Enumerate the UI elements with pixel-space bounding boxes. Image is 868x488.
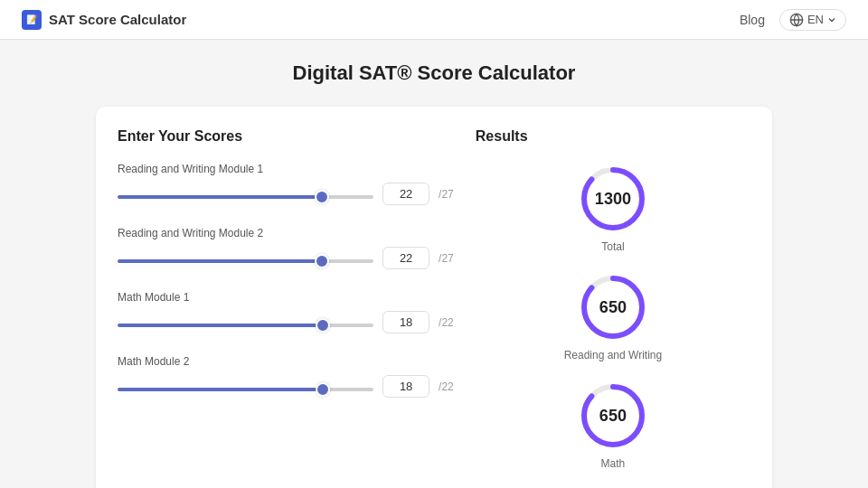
language-selector[interactable]: EN	[779, 9, 846, 31]
total-circle: 1300	[577, 163, 649, 235]
m2-label: Math Module 2	[118, 355, 454, 368]
rw1-controls: /27	[118, 183, 454, 205]
rw1-slider-container	[118, 187, 373, 202]
rw-value: 650	[599, 298, 627, 317]
globe-icon	[789, 13, 804, 27]
results-panel: Results 1300 Total	[476, 128, 750, 488]
m2-slider-container	[118, 380, 373, 394]
score-row-rw2: Reading and Writing Module 2 /27	[118, 227, 454, 269]
app-title: SAT Score Calculator	[49, 12, 186, 27]
page-title: Digital SAT® Score Calculator	[96, 61, 772, 85]
math-value: 650	[599, 407, 627, 426]
rw2-max: /27	[439, 252, 454, 265]
total-label: Total	[601, 240, 624, 253]
two-col-layout: Enter Your Scores Reading and Writing Mo…	[118, 128, 750, 488]
rw2-input[interactable]	[382, 247, 429, 269]
chevron-down-icon	[827, 15, 836, 24]
m1-slider-container	[118, 315, 373, 330]
score-row-m2: Math Module 2 /22	[118, 355, 454, 398]
main-content: Digital SAT® Score Calculator Enter Your…	[81, 40, 787, 488]
total-value: 1300	[595, 190, 631, 209]
m2-controls: /22	[118, 375, 454, 398]
lang-label: EN	[807, 13, 824, 26]
header: 📝 SAT Score Calculator Blog EN	[0, 0, 868, 40]
rw2-controls: /27	[118, 247, 454, 269]
rw1-max: /27	[439, 188, 454, 201]
score-row-m1: Math Module 1 /22	[118, 291, 454, 333]
rw1-slider[interactable]	[118, 195, 373, 199]
logo-area: 📝 SAT Score Calculator	[22, 10, 186, 30]
score-row-rw1: Reading and Writing Module 1 /27	[118, 163, 454, 205]
math-circle: 650	[577, 380, 649, 452]
nav-right: Blog EN	[740, 9, 846, 31]
rw2-slider-container	[118, 251, 373, 266]
rw1-label: Reading and Writing Module 1	[118, 163, 454, 175]
m2-slider[interactable]	[118, 388, 373, 391]
m1-max: /22	[439, 316, 454, 329]
m1-controls: /22	[118, 311, 454, 333]
results-title: Results	[476, 128, 750, 145]
math-result: 650 Math	[476, 380, 750, 470]
logo-icon: 📝	[22, 10, 42, 30]
math-label: Math	[601, 457, 626, 470]
rw-result: 650 Reading and Writing	[476, 271, 750, 361]
total-result: 1300 Total	[476, 163, 750, 253]
m2-input[interactable]	[382, 375, 429, 398]
enter-scores-title: Enter Your Scores	[118, 128, 454, 145]
rw1-input[interactable]	[382, 183, 429, 205]
rw-label: Reading and Writing	[564, 349, 663, 361]
enter-scores-panel: Enter Your Scores Reading and Writing Mo…	[118, 128, 454, 488]
rw2-label: Reading and Writing Module 2	[118, 227, 454, 239]
rw2-slider[interactable]	[118, 259, 373, 263]
m2-max: /22	[439, 380, 454, 393]
m1-label: Math Module 1	[118, 291, 454, 304]
m1-input[interactable]	[382, 311, 429, 333]
m1-slider[interactable]	[118, 324, 373, 327]
rw-circle: 650	[577, 271, 649, 343]
score-results-card: Enter Your Scores Reading and Writing Mo…	[96, 107, 772, 488]
blog-link[interactable]: Blog	[740, 13, 765, 27]
